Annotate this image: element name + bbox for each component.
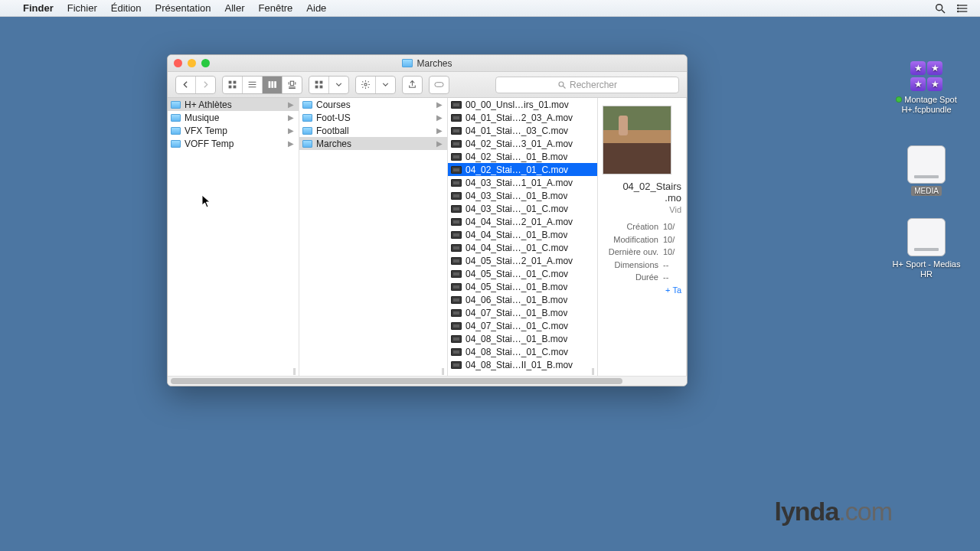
- menu-extras-icon[interactable]: [957, 2, 969, 15]
- add-tags-link[interactable]: + Ta: [603, 285, 681, 295]
- list-item[interactable]: VOFF Temp▶: [168, 137, 299, 150]
- meta-value: 10/: [663, 220, 681, 233]
- menu-window[interactable]: Fenêtre: [259, 2, 293, 14]
- list-item[interactable]: Football▶: [299, 124, 447, 137]
- svg-rect-28: [435, 83, 443, 87]
- tag-green-dot-icon: [896, 96, 902, 103]
- coverflow-view-button[interactable]: [283, 77, 302, 93]
- icon-view-button[interactable]: [223, 77, 243, 93]
- movie-icon: [451, 205, 462, 213]
- folder-icon: [171, 101, 181, 109]
- movie-icon: [451, 322, 462, 330]
- menu-help[interactable]: Aide: [306, 2, 326, 14]
- list-item[interactable]: 04_02_Stai…3_01_A.mov: [448, 137, 597, 150]
- svg-point-5: [958, 5, 959, 5]
- share-button[interactable]: [402, 76, 423, 94]
- list-item-label: 04_03_Stai…_01_C.mov: [466, 204, 568, 214]
- tags-button[interactable]: [429, 76, 449, 94]
- spotlight-icon[interactable]: [934, 2, 946, 15]
- list-item[interactable]: 04_02_Stai…_01_C.mov: [448, 163, 597, 176]
- meta-value: 10/: [663, 233, 681, 246]
- menu-go[interactable]: Aller: [225, 2, 245, 14]
- svg-rect-10: [229, 86, 232, 89]
- list-item[interactable]: H+ Athlètes▶: [168, 98, 299, 111]
- list-item-label: 04_07_Stai…_01_B.mov: [466, 308, 567, 318]
- list-item[interactable]: Foot-US▶: [299, 111, 447, 124]
- forward-button[interactable]: [196, 77, 215, 93]
- movie-icon: [451, 192, 462, 200]
- back-button[interactable]: [176, 77, 196, 93]
- list-item[interactable]: 04_01_Stai…2_03_A.mov: [448, 111, 597, 124]
- column-resize-handle[interactable]: ||: [439, 367, 446, 375]
- menu-app[interactable]: Finder: [23, 2, 54, 14]
- desktop-label-media: MEDIA: [911, 186, 942, 196]
- list-item[interactable]: 04_02_Stai…_01_B.mov: [448, 150, 597, 163]
- search-placeholder: Rechercher: [570, 80, 617, 90]
- list-item[interactable]: 04_05_Stai…_01_B.mov: [448, 280, 597, 293]
- window-controls: [174, 59, 210, 67]
- list-item[interactable]: 04_03_Stai…1_01_A.mov: [448, 176, 597, 189]
- chevron-right-icon: ▶: [436, 100, 443, 109]
- search-icon: [557, 80, 567, 90]
- list-item[interactable]: 04_01_Stai…_03_C.mov: [448, 124, 597, 137]
- list-item[interactable]: 04_08_Stai…II_01_B.mov: [448, 358, 597, 371]
- search-input[interactable]: Rechercher: [495, 77, 679, 93]
- movie-icon: [451, 348, 462, 356]
- close-button[interactable]: [174, 59, 182, 67]
- action-button[interactable]: [355, 76, 396, 94]
- column-2[interactable]: 00_00_Unsl…irs_01.mov04_01_Stai…2_03_A.m…: [448, 98, 598, 376]
- list-item[interactable]: 04_08_Stai…_01_C.mov: [448, 345, 597, 358]
- folder-icon: [171, 140, 181, 148]
- desktop-icon-fcpbundle[interactable]: ★★★★ Montage Spot H+.fcpbundle: [888, 61, 965, 115]
- column-0[interactable]: H+ Athlètes▶Musique▶VFX Temp▶VOFF Temp▶|…: [168, 98, 299, 376]
- arrange-button[interactable]: [309, 76, 349, 94]
- menu-file[interactable]: Fichier: [67, 2, 97, 14]
- list-item[interactable]: Courses▶: [299, 98, 447, 111]
- movie-icon: [451, 361, 462, 369]
- list-item[interactable]: 04_06_Stai…_01_B.mov: [448, 293, 597, 306]
- list-item[interactable]: 04_03_Stai…_01_B.mov: [448, 189, 597, 202]
- list-item[interactable]: Marches▶: [299, 137, 447, 150]
- minimize-button[interactable]: [188, 59, 196, 67]
- zoom-button[interactable]: [201, 59, 210, 67]
- meta-key: Durée: [603, 271, 658, 284]
- svg-rect-16: [271, 81, 273, 88]
- folder-icon: [302, 101, 312, 109]
- svg-rect-8: [229, 81, 232, 84]
- movie-icon: [451, 309, 462, 317]
- list-item[interactable]: 04_04_Stai…_01_C.mov: [448, 241, 597, 254]
- list-item[interactable]: 04_04_Stai…_01_B.mov: [448, 228, 597, 241]
- menu-view[interactable]: Présentation: [155, 2, 211, 14]
- list-item-label: 00_00_Unsl…irs_01.mov: [466, 99, 569, 110]
- list-item-label: 04_05_Stai…_01_B.mov: [466, 282, 567, 292]
- list-item[interactable]: VFX Temp▶: [168, 124, 299, 137]
- list-item[interactable]: 00_00_Unsl…irs_01.mov: [448, 98, 597, 111]
- menu-edit[interactable]: Édition: [111, 2, 142, 14]
- column-resize-handle[interactable]: ||: [590, 367, 596, 375]
- list-item-label: 04_03_Stai…_01_B.mov: [466, 191, 567, 201]
- window-titlebar[interactable]: Marches: [168, 55, 687, 72]
- list-item[interactable]: 04_04_Stai…2_01_A.mov: [448, 215, 597, 228]
- list-item-label: 04_02_Stai…3_01_A.mov: [466, 139, 573, 149]
- list-item[interactable]: 04_08_Stai…_01_B.mov: [448, 332, 597, 345]
- svg-point-7: [958, 11, 959, 11]
- horizontal-scrollbar[interactable]: [168, 376, 687, 386]
- column-resize-handle[interactable]: ||: [291, 367, 297, 375]
- movie-icon: [451, 166, 462, 174]
- list-item[interactable]: 04_03_Stai…_01_C.mov: [448, 202, 597, 215]
- desktop-icon-media[interactable]: MEDIA: [888, 145, 965, 196]
- list-view-button[interactable]: [243, 77, 263, 93]
- column-view-button[interactable]: [263, 77, 283, 93]
- movie-icon: [451, 218, 462, 226]
- list-item[interactable]: 04_05_Stai…2_01_A.mov: [448, 254, 597, 267]
- list-item[interactable]: 04_07_Stai…_01_B.mov: [448, 306, 597, 319]
- svg-rect-9: [234, 81, 237, 84]
- list-item[interactable]: 04_07_Stai…_01_C.mov: [448, 319, 597, 332]
- desktop-icon-hplus[interactable]: H+ Sport - Medias HR: [888, 218, 965, 279]
- scrollbar-thumb[interactable]: [171, 378, 622, 384]
- column-1[interactable]: Courses▶Foot-US▶Football▶Marches▶||: [299, 98, 448, 376]
- list-item[interactable]: 04_05_Stai…_01_C.mov: [448, 267, 597, 280]
- list-item[interactable]: Musique▶: [168, 111, 299, 124]
- svg-point-29: [559, 82, 564, 86]
- meta-key: Modification: [603, 233, 658, 246]
